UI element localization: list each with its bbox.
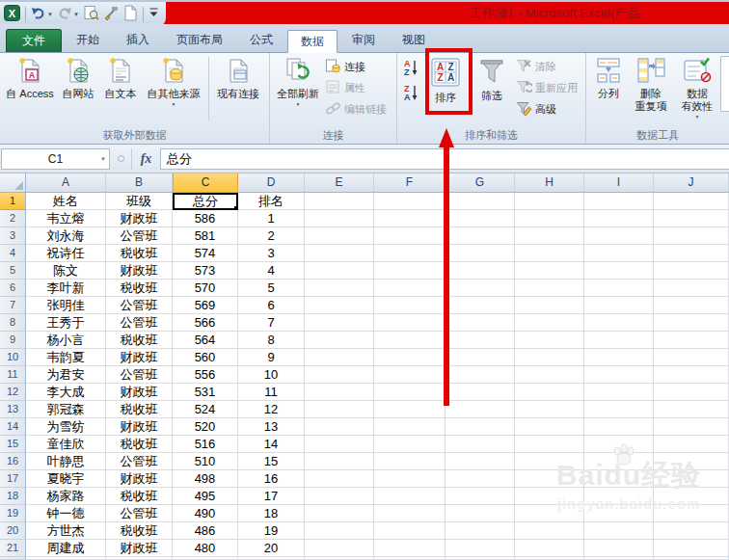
cell-F6[interactable] xyxy=(374,280,446,297)
cell-G11[interactable] xyxy=(446,366,515,384)
cell-I20[interactable] xyxy=(584,522,654,540)
cell-G10[interactable] xyxy=(446,349,515,366)
cell-F18[interactable] xyxy=(374,488,446,505)
cell-B13[interactable]: 税收班 xyxy=(106,401,173,418)
cell-G19[interactable] xyxy=(446,505,515,522)
cell-B2[interactable]: 财政班 xyxy=(106,210,173,227)
cell-E17[interactable] xyxy=(305,470,374,488)
cell-C15[interactable]: 516 xyxy=(173,436,238,453)
column-header-E[interactable]: E xyxy=(305,173,374,192)
cell-J13[interactable] xyxy=(654,401,729,418)
cell-C12[interactable]: 531 xyxy=(173,384,238,401)
tab-数据[interactable]: 数据 xyxy=(287,30,338,53)
数据有效性-button[interactable]: 数据 有效性▼ xyxy=(674,55,720,126)
cell-H18[interactable] xyxy=(515,488,584,505)
row-header-14[interactable]: 14 xyxy=(0,418,26,436)
cell-A6[interactable]: 李叶新 xyxy=(26,280,106,297)
cell-G4[interactable] xyxy=(446,245,515,262)
cell-B10[interactable]: 财政班 xyxy=(106,349,173,366)
cell-J11[interactable] xyxy=(654,366,729,384)
cell-A2[interactable]: 韦立熔 xyxy=(26,210,106,227)
cell-B12[interactable]: 财政班 xyxy=(106,384,173,401)
cell-B11[interactable]: 公管班 xyxy=(106,366,173,384)
column-header-B[interactable]: B xyxy=(106,173,173,192)
cell-H11[interactable] xyxy=(515,366,584,384)
cell-J16[interactable] xyxy=(654,453,729,470)
column-header-G[interactable]: G xyxy=(446,173,515,192)
cell-E11[interactable] xyxy=(305,366,374,384)
cell-E19[interactable] xyxy=(305,505,374,522)
fill-handle[interactable] xyxy=(233,205,238,210)
cell-I2[interactable] xyxy=(584,210,654,227)
cell-J8[interactable] xyxy=(654,314,729,332)
formula-bar-input[interactable]: 总分 xyxy=(160,148,729,170)
cell-D3[interactable]: 2 xyxy=(238,227,305,245)
cell-C17[interactable]: 498 xyxy=(173,470,238,488)
cell-I18[interactable] xyxy=(584,488,654,505)
cell-B8[interactable]: 公管班 xyxy=(106,314,173,332)
row-header-21[interactable]: 21 xyxy=(0,540,26,557)
cell-A12[interactable]: 李大成 xyxy=(26,384,106,401)
cell-C6[interactable]: 570 xyxy=(173,280,238,297)
cell-J7[interactable] xyxy=(654,297,729,314)
cell-E5[interactable] xyxy=(305,262,374,280)
cell-I17[interactable] xyxy=(584,470,654,488)
cell-D6[interactable]: 5 xyxy=(238,280,305,297)
column-header-D[interactable]: D xyxy=(238,173,305,192)
cell-C2[interactable]: 586 xyxy=(173,210,238,227)
cell-B3[interactable]: 公管班 xyxy=(106,227,173,245)
select-all-corner[interactable] xyxy=(0,173,26,192)
row-header-16[interactable]: 16 xyxy=(0,453,26,470)
cell-F5[interactable] xyxy=(374,262,446,280)
cell-D2[interactable]: 1 xyxy=(238,210,305,227)
cell-J17[interactable] xyxy=(654,470,729,488)
cell-E3[interactable] xyxy=(305,227,374,245)
cell-E1[interactable] xyxy=(305,193,374,210)
高级-button[interactable]: 高级 xyxy=(514,100,580,118)
cell-H15[interactable] xyxy=(515,436,584,453)
cell-D7[interactable]: 6 xyxy=(238,297,305,314)
cell-G18[interactable] xyxy=(446,488,515,505)
cell-I14[interactable] xyxy=(584,418,654,436)
cell-J6[interactable] xyxy=(654,280,729,297)
tab-插入[interactable]: 插入 xyxy=(114,29,162,52)
sort-ascending-button[interactable]: AZ xyxy=(400,58,421,79)
cell-H10[interactable] xyxy=(515,349,584,366)
row-header-11[interactable]: 11 xyxy=(0,366,26,384)
cell-B1[interactable]: 班级 xyxy=(106,193,173,210)
cell-D1[interactable]: 排名 xyxy=(238,193,305,210)
cell-I4[interactable] xyxy=(584,245,654,262)
cell-A4[interactable]: 祝诗任 xyxy=(26,245,106,262)
cell-F21[interactable] xyxy=(374,540,446,557)
insert-function-button[interactable]: fx xyxy=(131,148,160,170)
cell-B15[interactable]: 税收班 xyxy=(106,436,173,453)
cell-C16[interactable]: 510 xyxy=(173,453,238,470)
cell-J3[interactable] xyxy=(654,227,729,245)
全部刷新-button[interactable]: 全部刷新▼ xyxy=(273,55,323,126)
cell-B18[interactable]: 税收班 xyxy=(106,488,173,505)
tab-审阅[interactable]: 审阅 xyxy=(339,29,388,52)
cell-H13[interactable] xyxy=(515,401,584,418)
column-header-F[interactable]: F xyxy=(374,173,446,192)
cell-C20[interactable]: 486 xyxy=(173,522,238,540)
cell-C5[interactable]: 573 xyxy=(173,262,238,280)
自其他来源-button[interactable]: 自其他来源▼ xyxy=(142,55,205,126)
cell-J5[interactable] xyxy=(654,262,729,280)
cell-I16[interactable] xyxy=(584,453,654,470)
cell-H14[interactable] xyxy=(515,418,584,436)
cell-H6[interactable] xyxy=(515,280,584,297)
cell-F11[interactable] xyxy=(374,366,446,384)
cell-H9[interactable] xyxy=(515,332,584,349)
cell-D10[interactable]: 9 xyxy=(238,349,305,366)
column-header-J[interactable]: J xyxy=(654,173,729,192)
cell-H21[interactable] xyxy=(515,540,584,557)
cell-I15[interactable] xyxy=(584,436,654,453)
cell-I1[interactable] xyxy=(584,193,654,210)
cell-A14[interactable]: 为雪纺 xyxy=(26,418,106,436)
cell-H7[interactable] xyxy=(515,297,584,314)
cell-B6[interactable]: 税收班 xyxy=(106,280,173,297)
cell-I8[interactable] xyxy=(584,314,654,332)
cell-E21[interactable] xyxy=(305,540,374,557)
row-header-19[interactable]: 19 xyxy=(0,505,26,522)
cell-A17[interactable]: 夏晓宇 xyxy=(26,470,106,488)
